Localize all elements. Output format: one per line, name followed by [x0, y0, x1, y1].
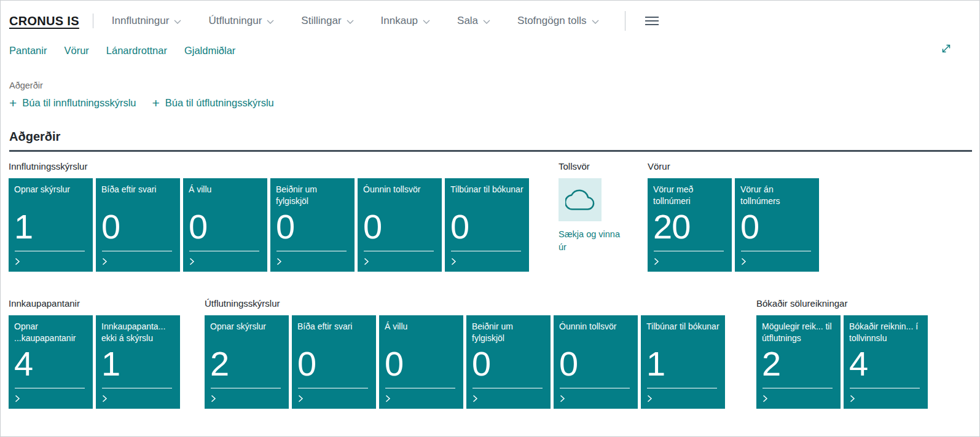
nav-link-gjaldmidlar[interactable]: Gjaldmiðlar: [184, 45, 235, 57]
cue-tile-value: 0: [740, 209, 813, 245]
cue-tile-bei-nir-um-fylgiskj-l[interactable]: Beiðnir um fylgiskjöl0: [466, 315, 551, 409]
action-pane-actions: + Búa til innflutningsskýrslu + Búa til …: [9, 97, 971, 109]
section-heading-block: Aðgerðir: [9, 128, 972, 152]
chevron-right-icon: [102, 395, 108, 403]
cloud-icon: [565, 185, 595, 215]
chevron-right-icon: [654, 258, 659, 266]
menu-label: Stillingar: [301, 15, 341, 27]
cue-group-innflutningssk-rslur: InnflutningsskýrslurOpnar skýrslur1Bíða …: [9, 161, 529, 272]
tile-divider: [15, 388, 85, 388]
action-create-import-report[interactable]: + Búa til innflutningsskýrslu: [9, 97, 136, 109]
action-pane-label: Aðgerðir: [9, 81, 971, 90]
cue-tile-b-ka-ir-reiknin-tollvinnslu[interactable]: Bókaðir reiknin... í tollvinnslu4: [844, 315, 928, 409]
cue-group-tflutningssk-rslur: ÚtflutningsskýrslurOpnar skýrslur2Bíða e…: [205, 298, 725, 409]
cue-tile-title: Opnar skýrslur: [210, 321, 283, 346]
chevron-right-icon: [364, 258, 369, 266]
chevron-right-icon: [211, 395, 216, 403]
menu-stillingar[interactable]: Stillingar: [301, 15, 353, 27]
action-pane: Aðgerðir + Búa til innflutningsskýrslu +…: [9, 81, 971, 109]
cue-group-label: Bókaðir sölureikningar: [756, 298, 928, 310]
cue-tile-title: Óunnin tollsvör: [559, 321, 632, 346]
cue-tile-value: 4: [849, 346, 922, 382]
company-menu[interactable]: CRONUS IS: [9, 14, 79, 28]
cue-tile-bei-nir-um-fylgiskj-l[interactable]: Beiðnir um fylgiskjöl0: [270, 178, 355, 272]
cue-group-label: Tollsvör: [559, 161, 627, 173]
cue-tile-unnin-tollsv-r[interactable]: Óunnin tollsvör0: [358, 178, 442, 272]
cue-tile-unnin-tollsv-r[interactable]: Óunnin tollsvör0: [554, 315, 638, 409]
cue-tile-villu[interactable]: Á villu0: [379, 315, 463, 409]
expand-icon[interactable]: [940, 42, 952, 57]
nav-link-vorur[interactable]: Vörur: [64, 45, 88, 57]
chevron-right-icon: [189, 258, 195, 266]
cloud-tile[interactable]: [559, 178, 602, 221]
tile-divider: [364, 251, 434, 251]
quick-links-bar: Pantanir Vörur Lánardrottnar Gjaldmiðlar: [1, 36, 979, 61]
menu-bar: Innflutningur Útflutningur Stillingar In…: [112, 15, 599, 27]
cue-tile-value: 1: [14, 209, 87, 245]
cue-tile-v-rur-me-tolln-meri[interactable]: Vörur með tollnúmeri20: [648, 178, 732, 272]
cue-tile-tilb-nar-til-b-kunar[interactable]: Tilbúnar til bókunar1: [641, 315, 725, 409]
cue-tile-value: 0: [297, 346, 370, 382]
cue-tile-value: 1: [646, 346, 719, 382]
cue-tile-v-rur-n-tolln-mers[interactable]: Vörur án tollnúmers0: [735, 178, 819, 272]
action-label: Búa til innflutningsskýrslu: [22, 97, 136, 109]
cue-group-innkaupapantanir: InnkaupapantanirOpnar ...kaupapantanir4I…: [9, 298, 180, 409]
chevron-down-icon: [483, 20, 490, 25]
action-create-export-report[interactable]: + Búa til útflutningsskýrslu: [152, 97, 274, 109]
top-navigation: CRONUS IS Innflutningur Útflutningur Sti…: [1, 1, 979, 36]
cue-tile-b-a-eftir-svari[interactable]: Bíða eftir svari0: [292, 315, 376, 409]
cue-tile-title: Beiðnir um fylgiskjöl: [276, 184, 349, 209]
chevron-right-icon: [741, 258, 747, 266]
menu-innflutningur[interactable]: Innflutningur: [112, 15, 182, 27]
cue-tile-value: 0: [450, 209, 523, 245]
nav-link-lanardrottnar[interactable]: Lánardrottnar: [106, 45, 167, 57]
tile-divider: [560, 388, 630, 388]
menu-utflutningur[interactable]: Útflutningur: [208, 15, 274, 27]
cue-tile-villu[interactable]: Á villu0: [183, 178, 267, 272]
nav-link-pantanir[interactable]: Pantanir: [9, 45, 47, 57]
cue-tile-value: 0: [189, 209, 262, 245]
cue-tile-opnar-kaupapantanir[interactable]: Opnar ...kaupapantanir4: [9, 315, 93, 409]
cloud-action-link[interactable]: Sækja og vinna úr: [559, 228, 627, 254]
cue-tile-value: 0: [559, 346, 632, 382]
cue-tile-m-gulegir-reik-til-tflutnings[interactable]: Mögulegir reik... til útflutnings2: [756, 315, 841, 409]
cue-tile-title: Óunnin tollsvör: [363, 184, 436, 209]
cue-group-label: Innkaupapantanir: [9, 298, 180, 310]
cue-tile-innkaupapanta-ekki-sk-rslu[interactable]: Innkaupapanta... ekki á skýrslu1: [96, 315, 180, 409]
menu-stofngogn-tolls[interactable]: Stofngögn tolls: [517, 15, 598, 27]
action-label: Búa til útflutningsskýrslu: [165, 97, 274, 109]
cue-tile-title: Opnar ...kaupapantanir: [14, 321, 87, 346]
cue-group-label: Vörur: [648, 161, 819, 173]
tile-divider: [850, 388, 920, 388]
cue-tile-value: 20: [653, 209, 726, 245]
chevron-right-icon: [102, 258, 108, 266]
chevron-right-icon: [762, 395, 768, 403]
plus-icon: +: [152, 98, 160, 108]
cue-tile-value: 0: [101, 209, 174, 245]
chevron-down-icon: [174, 20, 181, 25]
cue-tile-title: Vörur með tollnúmeri: [653, 184, 726, 209]
cue-tile-value: 4: [14, 346, 87, 382]
cue-tile-b-a-eftir-svari[interactable]: Bíða eftir svari0: [96, 178, 180, 272]
chevron-right-icon: [647, 395, 653, 403]
cue-tile-title: Vörur án tollnúmers: [740, 184, 813, 209]
cue-tile-opnar-sk-rslur[interactable]: Opnar skýrslur1: [9, 178, 93, 272]
cue-tile-tilb-nar-til-b-kunar[interactable]: Tilbúnar til bókunar0: [445, 178, 529, 272]
cue-tile-opnar-sk-rslur[interactable]: Opnar skýrslur2: [205, 315, 289, 409]
menu-label: Sala: [457, 15, 478, 27]
chevron-right-icon: [15, 395, 20, 403]
chevron-right-icon: [298, 395, 304, 403]
cue-group-v-rur: VörurVörur með tollnúmeri20Vörur án toll…: [648, 161, 819, 272]
menu-sala[interactable]: Sala: [457, 15, 490, 27]
divider: [625, 11, 625, 31]
cue-tile-title: Bíða eftir svari: [101, 184, 174, 209]
divider: [93, 14, 93, 28]
plus-icon: +: [9, 98, 17, 108]
menu-icon[interactable]: [643, 14, 661, 28]
cue-tile-value: 0: [472, 346, 545, 382]
menu-innkaup[interactable]: Innkaup: [381, 15, 431, 27]
cue-tile-title: Opnar skýrslur: [14, 184, 87, 209]
cue-tile-title: Á villu: [189, 184, 262, 209]
chevron-down-icon: [423, 20, 430, 25]
chevron-right-icon: [15, 258, 20, 266]
